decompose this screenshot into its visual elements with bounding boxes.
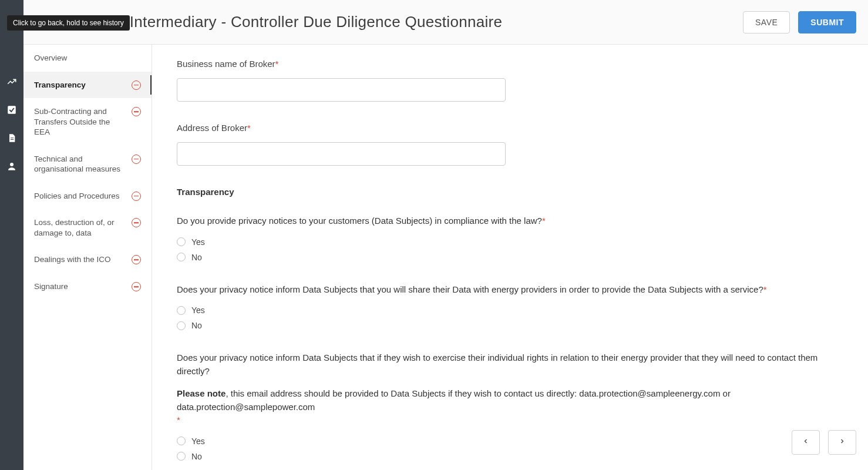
business-name-input[interactable]: [177, 78, 506, 102]
sidenav-item-label: Dealings with the ICO: [34, 254, 127, 265]
svg-point-3: [10, 163, 14, 166]
app-root: Click to go back, hold to see history y …: [0, 0, 868, 470]
question-individual-rights: Does your privacy notice inform Data Sub…: [177, 351, 843, 461]
nav-rail: [0, 0, 23, 470]
sidenav-item-loss-of-data[interactable]: Loss, destruction of, or damage to, data: [23, 209, 152, 246]
sidenav-item-label: Sub-Contracting and Transfers Outside th…: [34, 106, 127, 137]
sidenav-item-ico[interactable]: Dealings with the ICO: [23, 246, 152, 273]
sidenav-item-transparency[interactable]: Transparency: [23, 72, 152, 99]
sidenav-item-label: Transparency: [34, 80, 127, 90]
document-icon[interactable]: [6, 133, 17, 143]
question-text: Does your privacy notice inform Data Sub…: [177, 283, 843, 297]
sidenav-item-signature[interactable]: Signature: [23, 273, 152, 300]
save-button[interactable]: SAVE: [743, 11, 790, 33]
question-text: Do you provide privacy notices to your c…: [177, 214, 843, 228]
form-content: Business name of Broker* Address of Brok…: [152, 45, 868, 470]
chevron-right-icon: [839, 437, 846, 448]
section-nav: Overview Transparency Sub-Contracting an…: [23, 45, 152, 470]
sidenav-item-overview[interactable]: Overview: [23, 45, 152, 72]
radio-label: Yes: [191, 237, 205, 247]
main-column: Click to go back, hold to see history y …: [23, 0, 868, 470]
address-input[interactable]: [177, 142, 506, 166]
radio-icon: [177, 253, 186, 261]
status-incomplete-icon: [132, 282, 141, 291]
radio-label: Yes: [191, 306, 205, 315]
sidenav-item-label: Loss, destruction of, or damage to, data: [34, 217, 127, 238]
sidenav-item-technical-measures[interactable]: Technical and organisational measures: [23, 146, 152, 183]
header-actions: SAVE SUBMIT: [743, 11, 856, 33]
sidenav-item-policies[interactable]: Policies and Procedures: [23, 183, 152, 210]
radio-icon: [177, 452, 186, 461]
sidenav-item-label: Technical and organisational measures: [34, 154, 127, 174]
question-share-data: Does your privacy notice inform Data Sub…: [177, 283, 843, 331]
sidenav-item-subcontracting[interactable]: Sub-Contracting and Transfers Outside th…: [23, 98, 152, 146]
radio-icon: [177, 306, 186, 315]
svg-rect-2: [11, 139, 14, 140]
svg-rect-1: [11, 137, 14, 138]
field-label: Business name of Broker*: [177, 59, 843, 69]
question-privacy-notices: Do you provide privacy notices to your c…: [177, 214, 843, 262]
field-label: Address of Broker*: [177, 123, 843, 133]
chevron-left-icon: [802, 437, 809, 448]
check-square-icon[interactable]: [6, 105, 17, 115]
radio-option-no[interactable]: No: [177, 253, 843, 262]
body-row: Overview Transparency Sub-Contracting an…: [23, 45, 868, 470]
status-incomplete-icon: [132, 107, 141, 116]
chart-line-icon[interactable]: [6, 76, 17, 87]
question-note: Please note, this email address should b…: [177, 387, 843, 427]
question-text: Does your privacy notice inform Data Sub…: [177, 351, 843, 378]
next-button[interactable]: [828, 430, 856, 455]
page-title: y Intermediary - Controller Due Diligenc…: [117, 13, 502, 31]
sidenav-item-label: Overview: [34, 53, 141, 63]
status-incomplete-icon: [132, 218, 141, 227]
user-icon[interactable]: [6, 161, 17, 172]
status-incomplete-icon: [132, 255, 141, 264]
radio-label: No: [191, 321, 202, 330]
radio-option-no[interactable]: No: [177, 321, 843, 330]
back-tooltip: Click to go back, hold to see history: [7, 15, 130, 31]
radio-option-yes[interactable]: Yes: [177, 237, 843, 247]
section-heading: Transparency: [177, 187, 843, 197]
radio-label: Yes: [191, 437, 205, 446]
radio-option-yes[interactable]: Yes: [177, 437, 843, 446]
sidenav-item-label: Signature: [34, 281, 127, 292]
svg-rect-0: [8, 106, 16, 114]
radio-label: No: [191, 253, 202, 262]
sidenav-item-label: Policies and Procedures: [34, 191, 127, 202]
pager: [792, 430, 856, 455]
field-address: Address of Broker*: [177, 123, 843, 166]
radio-icon: [177, 437, 186, 445]
status-incomplete-icon: [132, 80, 141, 90]
status-incomplete-icon: [132, 192, 141, 201]
prev-button[interactable]: [792, 430, 820, 455]
radio-option-yes[interactable]: Yes: [177, 306, 843, 315]
field-business-name: Business name of Broker*: [177, 59, 843, 102]
page-header: Click to go back, hold to see history y …: [23, 0, 868, 45]
status-incomplete-icon: [132, 155, 141, 164]
radio-icon: [177, 321, 186, 330]
radio-option-no[interactable]: No: [177, 452, 843, 461]
submit-button[interactable]: SUBMIT: [798, 11, 856, 33]
radio-icon: [177, 237, 186, 246]
radio-label: No: [191, 452, 202, 461]
